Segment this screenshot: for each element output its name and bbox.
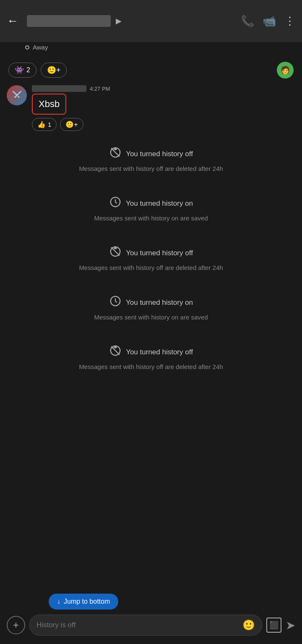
bottom-bar: ↓ Jump to bottom + 🙂 ⬛ ➤ <box>0 589 302 644</box>
jump-to-bottom-container: ↓ Jump to bottom <box>7 594 295 615</box>
sys-subtitle-1: Messages sent with history on are saved <box>94 215 208 222</box>
history-off-icon-0 <box>109 146 122 162</box>
sys-title-0: You turned history off <box>126 150 193 158</box>
reactions-left: 👾 2 🙂+ <box>8 63 67 78</box>
system-event-3: You turned history on Messages sent with… <box>7 283 295 332</box>
thumbs-up-count: 1 <box>48 121 51 128</box>
status-label: Away <box>33 44 48 51</box>
history-on-icon-1 <box>109 196 122 211</box>
image-icon: ⬛ <box>269 620 279 630</box>
jump-to-bottom-label: Jump to bottom <box>64 598 110 605</box>
video-icon[interactable]: 📹 <box>263 15 276 28</box>
add-reaction-button[interactable]: 🙂+ <box>41 63 67 78</box>
space-invader-count: 2 <box>26 66 30 74</box>
send-button[interactable]: ➤ <box>286 618 295 632</box>
sys-title-row-2: You turned history off <box>109 245 193 261</box>
contact-name-bar <box>27 15 111 27</box>
message-input[interactable] <box>36 621 238 629</box>
sys-title-row-1: You turned history on <box>109 196 193 211</box>
status-bar: Away <box>0 42 302 55</box>
history-off-icon-4 <box>109 344 122 360</box>
more-options-icon[interactable]: ⋮ <box>284 15 295 28</box>
add-icon: + <box>13 619 19 631</box>
system-event-0: You turned history off Messages sent wit… <box>7 134 295 184</box>
input-row: + 🙂 ⬛ ➤ <box>7 615 295 636</box>
history-off-icon-2 <box>109 245 122 261</box>
message-area: ⚔️ 4:27 PM Xbsb 👍 1 🙂+ <box>0 85 302 389</box>
play-icon: ▶ <box>116 16 122 26</box>
message-timestamp-row: 4:27 PM <box>32 85 295 92</box>
sender-name-bar <box>32 85 86 92</box>
sender-avatar-image: ⚔️ <box>7 85 27 105</box>
thumbs-up-reaction[interactable]: 👍 1 <box>32 118 57 131</box>
space-invader-reaction[interactable]: 👾 2 <box>8 63 36 78</box>
system-event-2: You turned history off Messages sent wit… <box>7 233 295 283</box>
jump-to-bottom-button[interactable]: ↓ Jump to bottom <box>49 594 118 610</box>
sender-avatar: ⚔️ <box>7 85 27 105</box>
message-time-label: 4:27 PM <box>90 86 110 92</box>
image-picker-button[interactable]: ⬛ <box>266 618 281 633</box>
message-reactions: 👍 1 🙂+ <box>32 118 295 131</box>
header-actions: 📞 📹 ⋮ <box>241 15 295 28</box>
sys-subtitle-2: Messages sent with history off are delet… <box>79 264 223 271</box>
message-content: 4:27 PM Xbsb 👍 1 🙂+ <box>32 85 295 131</box>
add-emoji-icon: 🙂+ <box>47 65 61 75</box>
phone-icon[interactable]: 📞 <box>241 15 254 28</box>
sys-title-3: You turned history on <box>126 298 193 307</box>
system-event-4: You turned history off Messages sent wit… <box>7 332 295 382</box>
history-on-icon-3 <box>109 295 122 310</box>
user-avatar-top: 🧑 <box>277 62 294 79</box>
message-bubble: Xbsb <box>32 94 66 115</box>
emoji-picker-button[interactable]: 🙂 <box>242 619 255 631</box>
space-invader-emoji: 👾 <box>15 65 24 75</box>
thumbs-up-emoji: 👍 <box>37 120 46 128</box>
back-button[interactable]: ← <box>7 14 18 28</box>
sys-subtitle-4: Messages sent with history off are delet… <box>79 363 223 370</box>
message-add-emoji-icon: 🙂+ <box>65 120 78 128</box>
app-header: ← ▶ 📞 📹 ⋮ <box>0 0 302 42</box>
status-dot-icon <box>25 45 29 50</box>
message-row: ⚔️ 4:27 PM Xbsb 👍 1 🙂+ <box>7 85 295 131</box>
text-input-wrapper: 🙂 <box>29 615 262 636</box>
sys-title-1: You turned history on <box>126 199 193 208</box>
sys-subtitle-0: Messages sent with history off are delet… <box>79 165 223 172</box>
sys-title-2: You turned history off <box>126 249 193 257</box>
sys-subtitle-3: Messages sent with history on are saved <box>94 314 208 321</box>
system-events-container: You turned history off Messages sent wit… <box>7 134 295 382</box>
message-text: Xbsb <box>39 99 60 109</box>
sys-title-row-4: You turned history off <box>109 344 193 360</box>
sys-title-4: You turned history off <box>126 348 193 356</box>
add-attachment-button[interactable]: + <box>7 616 25 634</box>
message-add-reaction-button[interactable]: 🙂+ <box>60 118 83 131</box>
user-avatar-icon: 🧑 <box>281 65 290 75</box>
system-event-1: You turned history on Messages sent with… <box>7 184 295 233</box>
top-reactions-bar: 👾 2 🙂+ 🧑 <box>0 55 302 85</box>
sys-title-row-0: You turned history off <box>109 146 193 162</box>
jump-down-icon: ↓ <box>57 598 60 605</box>
sys-title-row-3: You turned history on <box>109 295 193 310</box>
